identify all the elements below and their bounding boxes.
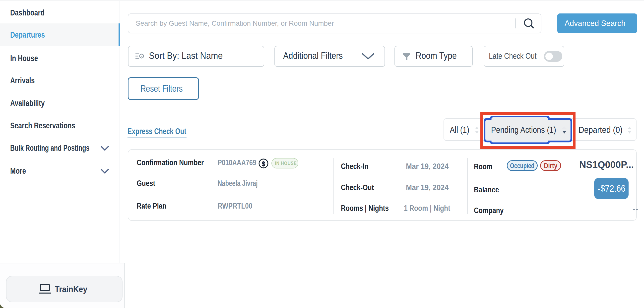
svg-text:$: $ xyxy=(262,160,266,167)
